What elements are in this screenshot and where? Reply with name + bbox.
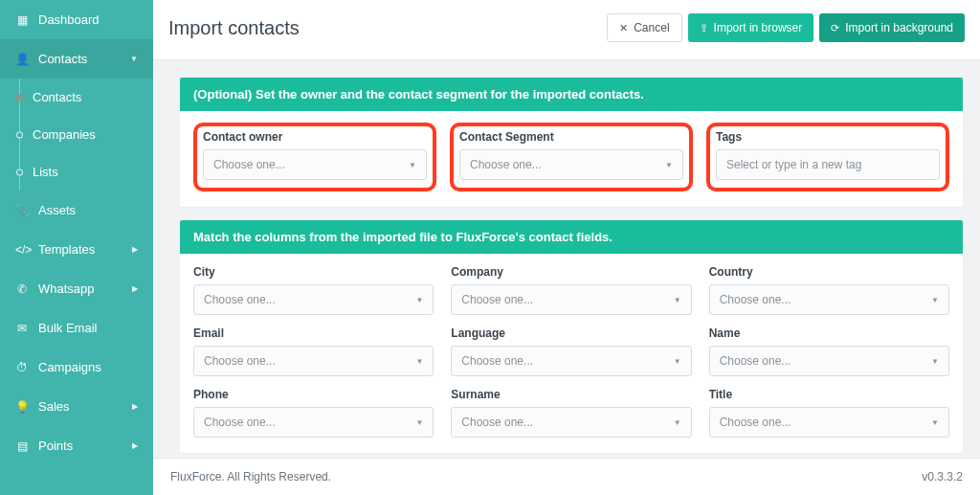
close-icon: ✕: [619, 22, 628, 34]
chevron-down-icon: ▼: [130, 55, 138, 63]
sidebar-subitem-lists[interactable]: Lists: [0, 153, 153, 191]
field-label: Title: [709, 388, 949, 401]
map-field-select[interactable]: Choose one...▼: [709, 284, 949, 315]
map-field: CityChoose one...▼: [193, 265, 434, 315]
sidebar-item-contacts[interactable]: 👤 Contacts ▼: [0, 39, 153, 79]
field-label: Country: [709, 265, 949, 279]
bullet-icon: [16, 169, 23, 175]
contact-segment-select[interactable]: Choose one... ▼: [459, 149, 683, 180]
sidebar-item-label: Templates: [38, 242, 95, 257]
sidebar-subitem-contacts[interactable]: Contacts: [0, 79, 153, 116]
field-tags: Tags Select or type in a new tag: [706, 123, 949, 191]
caret-down-icon: ▼: [415, 357, 423, 366]
sidebar-item-bulk-email[interactable]: ✉ Bulk Email: [0, 308, 153, 348]
select-placeholder: Choose one...: [461, 416, 533, 429]
map-field: TitleChoose one...▼: [709, 388, 949, 438]
sidebar: ▦ Dashboard 👤 Contacts ▼ Contacts Compan…: [0, 0, 153, 495]
map-field-select[interactable]: Choose one...▼: [193, 284, 434, 315]
sidebar-item-label: Contacts: [38, 52, 87, 66]
map-field: CountryChoose one...▼: [709, 265, 949, 315]
field-label: Contact owner: [203, 130, 427, 144]
field-label: Tags: [716, 130, 940, 144]
sidebar-item-label: Campaigns: [38, 360, 101, 374]
upload-icon: ⇪: [700, 22, 708, 34]
select-placeholder: Choose one...: [470, 158, 542, 171]
map-field-select[interactable]: Choose one...▼: [451, 407, 691, 438]
sidebar-item-label: Assets: [38, 203, 76, 217]
map-field: LanguageChoose one...▼: [451, 326, 691, 376]
map-field-select[interactable]: Choose one...▼: [709, 407, 949, 438]
bullet-icon: [16, 94, 23, 101]
clock-icon: ⏱: [15, 361, 29, 374]
caret-down-icon: ▼: [415, 418, 423, 427]
select-placeholder: Choose one...: [461, 293, 533, 306]
select-placeholder: Choose one...: [204, 416, 276, 429]
contact-owner-select[interactable]: Choose one... ▼: [203, 149, 427, 180]
map-field: PhoneChoose one...▼: [193, 388, 434, 438]
whatsapp-icon: ✆: [15, 282, 29, 296]
user-icon: 👤: [15, 53, 29, 66]
sidebar-item-label: Bulk Email: [38, 321, 97, 335]
paperclip-icon: 📎: [15, 204, 29, 217]
field-label: Surname: [451, 388, 691, 401]
import-background-button[interactable]: ⟳ Import in background: [819, 13, 965, 42]
footer-copyright: FluxForce. All Rights Reserved.: [170, 470, 331, 484]
sidebar-item-whatsapp[interactable]: ✆ Whatsapp ▶: [0, 269, 153, 308]
sidebar-item-label: Lists: [33, 165, 58, 179]
field-label: Contact Segment: [459, 130, 683, 144]
input-placeholder: Select or type in a new tag: [726, 158, 861, 171]
field-contact-segment: Contact Segment Choose one... ▼: [450, 123, 693, 191]
map-field: SurnameChoose one...▼: [451, 388, 691, 438]
bars-icon: ▤: [15, 439, 29, 453]
sidebar-item-campaigns[interactable]: ⏱ Campaigns: [0, 348, 153, 387]
code-icon: </>: [15, 243, 29, 257]
field-label: Company: [451, 265, 691, 279]
sidebar-item-label: Sales: [38, 399, 70, 414]
caret-down-icon: ▼: [409, 161, 416, 169]
import-browser-button[interactable]: ⇪ Import in browser: [688, 13, 814, 42]
select-placeholder: Choose one...: [720, 293, 791, 306]
chevron-right-icon: ▶: [132, 402, 138, 411]
button-label: Cancel: [634, 21, 669, 34]
caret-down-icon: ▼: [674, 418, 681, 427]
panel-field-mapping: Match the columns from the imported file…: [180, 220, 963, 453]
sidebar-item-sales[interactable]: 💡 Sales ▶: [0, 387, 153, 426]
sidebar-subnav-contacts: Contacts Companies Lists: [0, 79, 153, 191]
panel-title: (Optional) Set the owner and the contact…: [180, 78, 963, 111]
main-area: Import contacts ✕ Cancel ⇪ Import in bro…: [153, 0, 980, 495]
map-field-select[interactable]: Choose one...▼: [193, 346, 434, 376]
caret-down-icon: ▼: [931, 418, 939, 427]
select-placeholder: Choose one...: [461, 354, 533, 368]
sidebar-item-dashboard[interactable]: ▦ Dashboard: [0, 0, 153, 39]
sidebar-item-label: Points: [38, 439, 73, 453]
field-label: Language: [451, 326, 691, 340]
page-title: Import contacts: [168, 17, 300, 39]
footer: FluxForce. All Rights Reserved. v0.3.3.2: [153, 458, 980, 495]
map-field-select[interactable]: Choose one...▼: [451, 346, 691, 376]
tags-input[interactable]: Select or type in a new tag: [716, 149, 940, 180]
select-placeholder: Choose one...: [720, 416, 791, 429]
map-field-select[interactable]: Choose one...▼: [193, 407, 434, 438]
sidebar-item-label: Companies: [33, 127, 96, 142]
caret-down-icon: ▼: [415, 296, 423, 304]
button-label: Import in background: [845, 21, 953, 34]
map-field-select[interactable]: Choose one...▼: [709, 346, 949, 376]
chevron-right-icon: ▶: [132, 245, 138, 254]
sidebar-item-assets[interactable]: 📎 Assets: [0, 191, 153, 230]
select-placeholder: Choose one...: [213, 158, 285, 171]
sidebar-item-points[interactable]: ▤ Points ▶: [0, 426, 153, 465]
map-field-select[interactable]: Choose one...▼: [451, 284, 691, 315]
sidebar-subitem-companies[interactable]: Companies: [0, 116, 153, 153]
refresh-icon: ⟳: [831, 22, 839, 34]
sidebar-item-label: Dashboard: [38, 12, 100, 27]
select-placeholder: Choose one...: [204, 293, 276, 306]
sidebar-item-templates[interactable]: </> Templates ▶: [0, 230, 153, 269]
sidebar-item-label: Contacts: [33, 90, 81, 104]
map-field: NameChoose one...▼: [709, 326, 949, 376]
panel-owner-segment: (Optional) Set the owner and the contact…: [180, 78, 963, 207]
caret-down-icon: ▼: [674, 296, 681, 304]
lightbulb-icon: 💡: [15, 400, 29, 414]
cancel-button[interactable]: ✕ Cancel: [607, 13, 681, 42]
caret-down-icon: ▼: [665, 161, 673, 169]
chevron-right-icon: ▶: [132, 284, 138, 293]
